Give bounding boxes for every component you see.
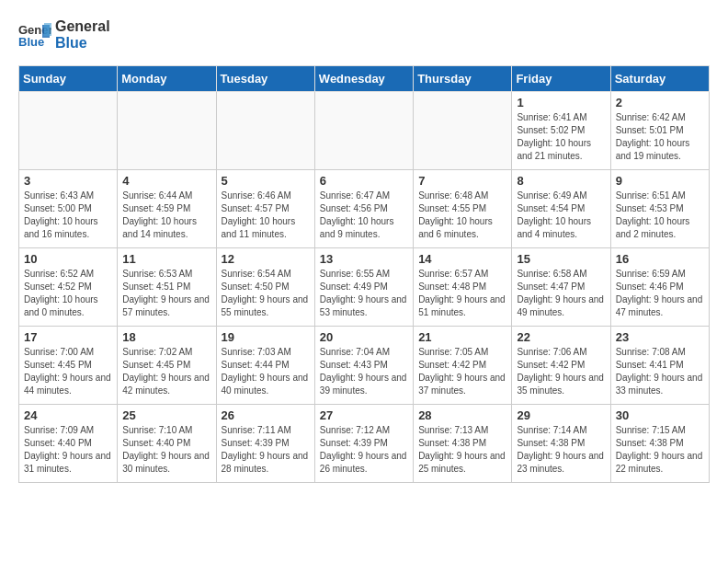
day-number: 19 (222, 330, 310, 344)
day-number: 2 (616, 96, 704, 109)
day-number: 9 (616, 174, 704, 188)
svg-text:Blue: Blue (18, 35, 44, 49)
day-number: 21 (418, 330, 506, 344)
day-number: 6 (320, 174, 408, 188)
day-number: 10 (24, 252, 112, 266)
day-number: 7 (418, 174, 506, 188)
day-info: Sunrise: 6:43 AM Sunset: 5:00 PM Dayligh… (24, 190, 112, 241)
day-info: Sunrise: 7:06 AM Sunset: 4:42 PM Dayligh… (517, 346, 605, 397)
calendar-cell: 16Sunrise: 6:59 AM Sunset: 4:46 PM Dayli… (610, 248, 709, 327)
day-info: Sunrise: 6:46 AM Sunset: 4:57 PM Dayligh… (222, 190, 310, 241)
day-info: Sunrise: 7:08 AM Sunset: 4:41 PM Dayligh… (616, 346, 704, 397)
day-info: Sunrise: 7:05 AM Sunset: 4:42 PM Dayligh… (418, 346, 506, 397)
calendar-cell: 25Sunrise: 7:10 AM Sunset: 4:40 PM Dayli… (118, 405, 216, 483)
day-number: 8 (517, 174, 605, 188)
calendar-cell: 2Sunrise: 6:42 AM Sunset: 5:01 PM Daylig… (610, 92, 709, 170)
day-number: 3 (24, 174, 112, 188)
calendar-cell: 9Sunrise: 6:51 AM Sunset: 4:53 PM Daylig… (610, 170, 709, 248)
calendar-cell: 1Sunrise: 6:41 AM Sunset: 5:02 PM Daylig… (512, 92, 610, 170)
day-info: Sunrise: 6:42 AM Sunset: 5:01 PM Dayligh… (616, 111, 704, 163)
day-info: Sunrise: 7:11 AM Sunset: 4:39 PM Dayligh… (222, 424, 310, 476)
header-wednesday: Wednesday (314, 66, 413, 92)
calendar-cell: 4Sunrise: 6:44 AM Sunset: 4:59 PM Daylig… (118, 170, 216, 248)
day-number: 24 (24, 408, 112, 422)
calendar-cell: 13Sunrise: 6:55 AM Sunset: 4:49 PM Dayli… (314, 248, 413, 327)
day-info: Sunrise: 6:48 AM Sunset: 4:55 PM Dayligh… (418, 190, 506, 241)
header-thursday: Thursday (414, 66, 512, 92)
calendar-cell (414, 92, 512, 170)
logo: General Blue General Blue (18, 18, 110, 51)
day-info: Sunrise: 7:10 AM Sunset: 4:40 PM Dayligh… (122, 424, 210, 476)
day-number: 14 (418, 252, 506, 266)
day-number: 23 (616, 330, 704, 344)
calendar-cell: 18Sunrise: 7:02 AM Sunset: 4:45 PM Dayli… (118, 327, 216, 405)
calendar-cell: 12Sunrise: 6:54 AM Sunset: 4:50 PM Dayli… (216, 248, 314, 327)
day-info: Sunrise: 7:03 AM Sunset: 4:44 PM Dayligh… (222, 346, 310, 397)
calendar-cell: 20Sunrise: 7:04 AM Sunset: 4:43 PM Dayli… (314, 327, 413, 405)
calendar-cell: 3Sunrise: 6:43 AM Sunset: 5:00 PM Daylig… (19, 170, 118, 248)
page-header: General Blue General Blue (18, 18, 710, 51)
day-info: Sunrise: 6:41 AM Sunset: 5:02 PM Dayligh… (517, 111, 605, 163)
day-number: 4 (122, 174, 210, 188)
calendar-cell (19, 92, 118, 170)
calendar-cell: 6Sunrise: 6:47 AM Sunset: 4:56 PM Daylig… (314, 170, 413, 248)
day-info: Sunrise: 7:12 AM Sunset: 4:39 PM Dayligh… (320, 424, 408, 476)
header-friday: Friday (512, 66, 610, 92)
day-number: 18 (122, 330, 210, 344)
day-info: Sunrise: 6:47 AM Sunset: 4:56 PM Dayligh… (320, 190, 408, 241)
day-info: Sunrise: 7:13 AM Sunset: 4:38 PM Dayligh… (418, 424, 506, 476)
day-info: Sunrise: 7:02 AM Sunset: 4:45 PM Dayligh… (122, 346, 210, 397)
calendar-week-1: 1Sunrise: 6:41 AM Sunset: 5:02 PM Daylig… (19, 92, 710, 170)
calendar-cell: 22Sunrise: 7:06 AM Sunset: 4:42 PM Dayli… (512, 327, 610, 405)
day-number: 20 (320, 330, 408, 344)
day-number: 29 (517, 408, 605, 422)
logo-icon: General Blue (18, 21, 51, 49)
calendar-cell: 28Sunrise: 7:13 AM Sunset: 4:38 PM Dayli… (414, 405, 512, 483)
day-number: 28 (418, 408, 506, 422)
calendar-cell: 30Sunrise: 7:15 AM Sunset: 4:38 PM Dayli… (610, 405, 709, 483)
day-info: Sunrise: 6:44 AM Sunset: 4:59 PM Dayligh… (122, 190, 210, 241)
calendar-week-2: 3Sunrise: 6:43 AM Sunset: 5:00 PM Daylig… (19, 170, 710, 248)
day-number: 16 (616, 252, 704, 266)
day-number: 12 (222, 252, 310, 266)
day-number: 13 (320, 252, 408, 266)
day-info: Sunrise: 6:53 AM Sunset: 4:51 PM Dayligh… (122, 268, 210, 319)
calendar-cell: 5Sunrise: 6:46 AM Sunset: 4:57 PM Daylig… (216, 170, 314, 248)
header-sunday: Sunday (19, 66, 118, 92)
calendar-week-5: 24Sunrise: 7:09 AM Sunset: 4:40 PM Dayli… (19, 405, 710, 483)
calendar-cell: 15Sunrise: 6:58 AM Sunset: 4:47 PM Dayli… (512, 248, 610, 327)
calendar-cell: 27Sunrise: 7:12 AM Sunset: 4:39 PM Dayli… (314, 405, 413, 483)
day-info: Sunrise: 6:51 AM Sunset: 4:53 PM Dayligh… (616, 190, 704, 241)
calendar-cell: 21Sunrise: 7:05 AM Sunset: 4:42 PM Dayli… (414, 327, 512, 405)
calendar-cell: 7Sunrise: 6:48 AM Sunset: 4:55 PM Daylig… (414, 170, 512, 248)
day-number: 22 (517, 330, 605, 344)
calendar-cell (118, 92, 216, 170)
day-number: 15 (517, 252, 605, 266)
calendar-cell: 24Sunrise: 7:09 AM Sunset: 4:40 PM Dayli… (19, 405, 118, 483)
calendar-cell: 10Sunrise: 6:52 AM Sunset: 4:52 PM Dayli… (19, 248, 118, 327)
calendar-cell (314, 92, 413, 170)
day-number: 11 (122, 252, 210, 266)
day-number: 25 (122, 408, 210, 422)
day-info: Sunrise: 7:14 AM Sunset: 4:38 PM Dayligh… (517, 424, 605, 476)
day-number: 27 (320, 408, 408, 422)
header-tuesday: Tuesday (216, 66, 314, 92)
day-info: Sunrise: 6:55 AM Sunset: 4:49 PM Dayligh… (320, 268, 408, 319)
day-info: Sunrise: 7:04 AM Sunset: 4:43 PM Dayligh… (320, 346, 408, 397)
day-info: Sunrise: 6:49 AM Sunset: 4:54 PM Dayligh… (517, 190, 605, 241)
calendar-cell (216, 92, 314, 170)
calendar-cell: 23Sunrise: 7:08 AM Sunset: 4:41 PM Dayli… (610, 327, 709, 405)
calendar-table: SundayMondayTuesdayWednesdayThursdayFrid… (18, 65, 710, 483)
calendar-cell: 29Sunrise: 7:14 AM Sunset: 4:38 PM Dayli… (512, 405, 610, 483)
calendar-week-3: 10Sunrise: 6:52 AM Sunset: 4:52 PM Dayli… (19, 248, 710, 327)
calendar-cell: 11Sunrise: 6:53 AM Sunset: 4:51 PM Dayli… (118, 248, 216, 327)
day-number: 1 (517, 96, 605, 109)
day-info: Sunrise: 7:00 AM Sunset: 4:45 PM Dayligh… (24, 346, 112, 397)
calendar-header-row: SundayMondayTuesdayWednesdayThursdayFrid… (19, 66, 710, 92)
svg-marker-3 (44, 23, 51, 36)
day-info: Sunrise: 6:57 AM Sunset: 4:48 PM Dayligh… (418, 268, 506, 319)
calendar-cell: 17Sunrise: 7:00 AM Sunset: 4:45 PM Dayli… (19, 327, 118, 405)
day-info: Sunrise: 6:59 AM Sunset: 4:46 PM Dayligh… (616, 268, 704, 319)
day-number: 5 (222, 174, 310, 188)
day-info: Sunrise: 6:54 AM Sunset: 4:50 PM Dayligh… (222, 268, 310, 319)
